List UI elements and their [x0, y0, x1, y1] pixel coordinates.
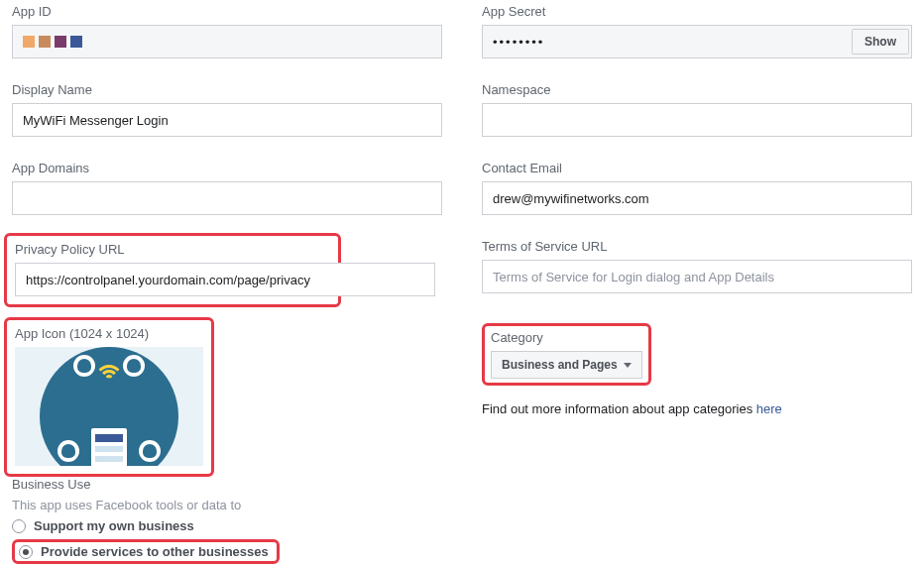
app-icon-label: App Icon (1024 x 1024) [15, 326, 203, 341]
category-help: Find out more information about app cate… [482, 401, 912, 416]
business-use-sub: This app uses Facebook tools or data to [12, 498, 442, 512]
category-label: Category [491, 330, 642, 345]
app-secret-masked: •••••••• [483, 35, 850, 50]
display-name-field: Display Name [12, 82, 442, 137]
app-id-field: App ID [12, 4, 442, 58]
tos-url-label: Terms of Service URL [482, 239, 912, 254]
namespace-input[interactable] [482, 103, 912, 137]
app-domains-input[interactable] [12, 181, 442, 215]
privacy-url-field: Privacy Policy URL [12, 239, 442, 299]
wifi-icon [92, 357, 126, 381]
contact-email-field: Contact Email [482, 161, 912, 215]
phone-icon [89, 426, 129, 466]
namespace-label: Namespace [482, 82, 912, 97]
contact-email-label: Contact Email [482, 161, 912, 175]
contact-email-input[interactable] [482, 181, 912, 215]
app-secret-field: App Secret •••••••• Show [482, 4, 912, 58]
privacy-url-label: Privacy Policy URL [15, 242, 330, 257]
namespace-field: Namespace [482, 82, 912, 137]
show-secret-button[interactable]: Show [852, 29, 909, 55]
radio-icon [19, 545, 33, 559]
category-field: Category Business and Pages Find out mor… [482, 323, 912, 416]
tos-url-field: Terms of Service URL [482, 239, 912, 293]
chevron-down-icon [624, 363, 632, 368]
app-secret-label: App Secret [482, 4, 912, 19]
display-name-input[interactable] [12, 103, 442, 137]
business-use-section: Business Use This app uses Facebook tool… [12, 477, 442, 564]
app-id-label: App ID [12, 4, 442, 19]
radio-label: Support my own business [34, 518, 194, 533]
category-help-link[interactable]: here [756, 401, 782, 416]
app-domains-field: App Domains [12, 161, 442, 215]
category-selected: Business and Pages [502, 358, 618, 372]
app-id-value [12, 25, 442, 58]
app-domains-label: App Domains [12, 161, 442, 175]
privacy-url-input[interactable] [15, 263, 435, 296]
business-use-option-own[interactable]: Support my own business [12, 518, 442, 533]
category-dropdown[interactable]: Business and Pages [491, 351, 642, 379]
radio-label: Provide services to other businesses [41, 544, 269, 559]
tos-url-input[interactable] [482, 260, 912, 293]
radio-icon [12, 519, 26, 533]
display-name-label: Display Name [12, 82, 442, 97]
business-use-label: Business Use [12, 477, 442, 492]
app-icon-field: App Icon (1024 x 1024) Business Use This… [12, 323, 442, 564]
app-icon-preview[interactable] [15, 347, 203, 466]
business-use-option-services[interactable]: Provide services to other businesses [12, 539, 280, 564]
